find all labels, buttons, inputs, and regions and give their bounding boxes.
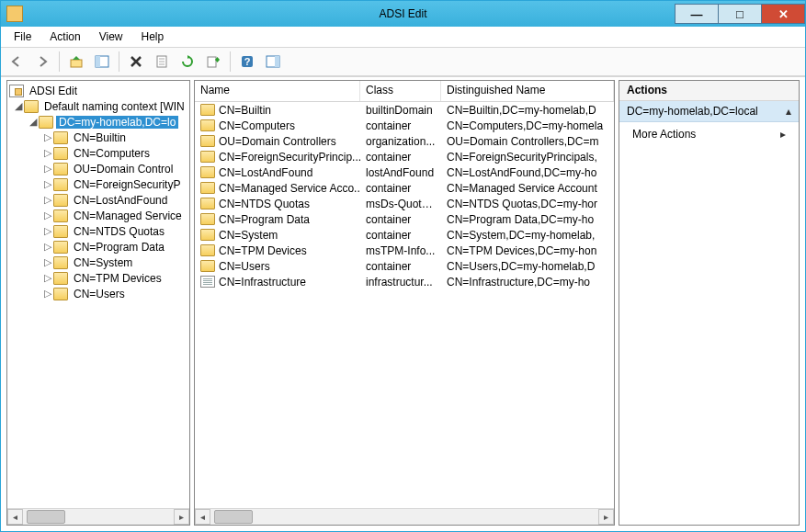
tree-item[interactable]: ▷CN=Computers — [9, 145, 189, 161]
expand-icon[interactable]: ▷ — [42, 256, 53, 268]
folder-icon — [200, 182, 215, 194]
title-bar[interactable]: ADSI Edit — □ ✕ — [1, 1, 805, 27]
tree-item[interactable]: ▷OU=Domain Control — [9, 161, 189, 176]
separator-icon — [59, 51, 60, 72]
delete-button[interactable] — [124, 50, 148, 74]
scroll-left-button[interactable]: ◂ — [195, 509, 210, 525]
tree-item[interactable]: ▷CN=Users — [9, 286, 189, 301]
collapse-icon[interactable]: ▴ — [786, 105, 791, 118]
expand-icon[interactable]: ▷ — [42, 194, 53, 206]
tree-item[interactable]: ▷CN=Program Data — [9, 239, 189, 255]
horizontal-scrollbar[interactable]: ◂ ▸ — [7, 508, 189, 525]
up-container-button[interactable] — [64, 50, 88, 74]
actions-selection[interactable]: DC=my-homelab,DC=local ▴ — [619, 101, 799, 122]
scroll-left-button[interactable]: ◂ — [7, 509, 23, 525]
list-header: Name Class Distinguished Name — [195, 81, 614, 102]
column-header-name[interactable]: Name — [195, 81, 360, 101]
tree-item[interactable]: ▷CN=Builtin — [9, 130, 189, 145]
more-actions-button[interactable]: More Actions ▸ — [619, 122, 799, 146]
expand-icon[interactable]: ▷ — [42, 241, 53, 253]
cell-class: container — [360, 229, 441, 242]
scroll-track[interactable] — [23, 509, 174, 525]
list-row[interactable]: CN=BuiltinbuiltinDomainCN=Builtin,DC=my-… — [195, 102, 614, 118]
list-row[interactable]: CN=SystemcontainerCN=System,DC=my-homela… — [195, 227, 614, 243]
menu-file[interactable]: File — [6, 28, 39, 45]
menu-view[interactable]: View — [92, 28, 131, 45]
list-row[interactable]: CN=UserscontainerCN=Users,DC=my-homelab,… — [195, 258, 614, 274]
cell-dn: CN=TPM Devices,DC=my-hon — [441, 244, 614, 257]
actions-selection-label: DC=my-homelab,DC=local — [627, 105, 758, 118]
list-row[interactable]: OU=Domain Controllersorganization...OU=D… — [195, 133, 614, 149]
folder-icon — [200, 260, 215, 272]
close-button[interactable]: ✕ — [762, 4, 805, 24]
svg-rect-2 — [96, 56, 100, 67]
list-body[interactable]: CN=BuiltinbuiltinDomainCN=Builtin,DC=my-… — [195, 102, 614, 508]
cell-class: container — [360, 260, 441, 273]
tree-item[interactable]: ▷CN=LostAndFound — [9, 192, 189, 208]
list-row[interactable]: CN=Program DatacontainerCN=Program Data,… — [195, 211, 614, 227]
export-list-button[interactable] — [201, 50, 225, 74]
expand-icon[interactable]: ▷ — [42, 147, 53, 159]
folder-icon — [200, 244, 215, 256]
tree-item[interactable]: ▷CN=Managed Service — [9, 208, 189, 223]
collapse-icon[interactable]: ◢ — [28, 116, 39, 128]
list-row[interactable]: CN=Infrastructureinfrastructur...CN=Infr… — [195, 274, 614, 289]
tree-item[interactable]: ▷CN=System — [9, 255, 189, 270]
tree-view[interactable]: ADSI Edit ◢ Default naming context [WIN … — [7, 81, 189, 508]
list-row[interactable]: CN=NTDS QuotasmsDs-Quota...CN=NTDS Quota… — [195, 196, 614, 211]
tree-item[interactable]: ▷CN=NTDS Quotas — [9, 223, 189, 239]
tree-item-label: CN=Program Data — [71, 241, 167, 254]
folder-icon — [200, 198, 215, 209]
cell-name: CN=NTDS Quotas — [195, 198, 360, 210]
list-row[interactable]: CN=TPM DevicesmsTPM-Info...CN=TPM Device… — [195, 243, 614, 258]
expand-icon[interactable]: ▷ — [42, 288, 53, 300]
expand-icon[interactable]: ▷ — [42, 131, 53, 143]
folder-icon — [53, 256, 68, 269]
scroll-thumb[interactable] — [27, 510, 65, 524]
forward-button[interactable] — [30, 50, 54, 74]
tree-item[interactable]: ▷CN=ForeignSecurityP — [9, 176, 189, 192]
menu-action[interactable]: Action — [42, 28, 87, 45]
tree-root[interactable]: ADSI Edit — [9, 83, 189, 98]
tree-item-context[interactable]: ◢ Default naming context [WIN — [9, 98, 189, 114]
cell-name: CN=Computers — [195, 119, 360, 132]
horizontal-scrollbar[interactable]: ◂ ▸ — [195, 508, 614, 525]
expand-icon[interactable]: ▷ — [42, 163, 53, 175]
list-row[interactable]: CN=ForeignSecurityPrincip...containerCN=… — [195, 149, 614, 164]
show-hide-console-tree-button[interactable] — [90, 50, 114, 74]
help-button[interactable]: ? — [235, 50, 259, 74]
scroll-track[interactable] — [210, 509, 598, 525]
tree-item-label: CN=Managed Service — [71, 209, 185, 222]
tree-item-label: CN=Computers — [71, 147, 153, 160]
tree-item-label: OU=Domain Control — [71, 163, 176, 175]
maximize-button[interactable]: □ — [719, 4, 762, 24]
cell-name: OU=Domain Controllers — [195, 135, 360, 148]
cell-name-text: CN=Computers — [219, 119, 295, 132]
scroll-right-button[interactable]: ▸ — [174, 509, 189, 525]
list-row[interactable]: CN=Managed Service Acco...containerCN=Ma… — [195, 180, 614, 196]
cell-name-text: CN=Program Data — [219, 213, 310, 226]
expand-icon[interactable]: ▷ — [42, 272, 53, 284]
expand-icon[interactable]: ▷ — [42, 225, 53, 237]
list-row[interactable]: CN=LostAndFoundlostAndFoundCN=LostAndFou… — [195, 164, 614, 180]
properties-button[interactable] — [150, 50, 174, 74]
collapse-icon[interactable]: ◢ — [13, 100, 24, 112]
expand-icon[interactable]: ▷ — [42, 178, 53, 190]
column-header-class[interactable]: Class — [360, 81, 441, 101]
menu-help[interactable]: Help — [134, 28, 172, 45]
folder-icon — [39, 116, 53, 129]
show-hide-action-pane-button[interactable] — [261, 50, 285, 74]
column-header-dn[interactable]: Distinguished Name — [441, 81, 614, 101]
cell-name: CN=Program Data — [195, 213, 360, 226]
list-row[interactable]: CN=ComputerscontainerCN=Computers,DC=my-… — [195, 118, 614, 133]
scroll-thumb[interactable] — [214, 510, 253, 524]
back-button[interactable] — [5, 50, 28, 74]
refresh-button[interactable] — [176, 50, 199, 74]
tree-item[interactable]: ▷CN=TPM Devices — [9, 270, 189, 286]
tree-item-label: CN=TPM Devices — [71, 272, 165, 285]
tree-item-dc[interactable]: ◢ DC=my-homelab,DC=lo — [9, 114, 189, 130]
tree-item-label: CN=NTDS Quotas — [71, 225, 167, 238]
minimize-button[interactable]: — — [675, 4, 719, 24]
scroll-right-button[interactable]: ▸ — [598, 509, 614, 525]
expand-icon[interactable]: ▷ — [42, 209, 53, 221]
